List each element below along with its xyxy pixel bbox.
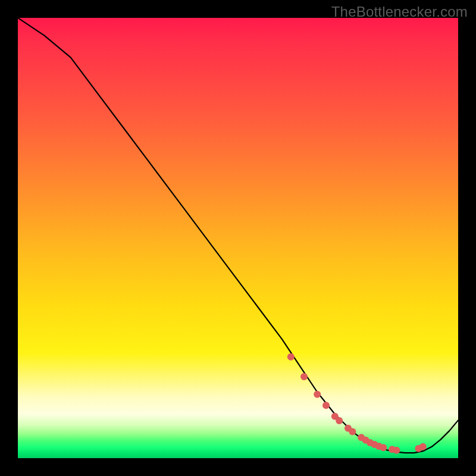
highlight-point: [300, 373, 308, 380]
marker-layer: [287, 353, 427, 454]
plot-area: [18, 18, 458, 458]
highlight-point: [349, 428, 356, 436]
chart-frame: TheBottlenecker.com: [0, 0, 476, 476]
bottleneck-curve: [18, 18, 458, 453]
highlight-point: [322, 402, 330, 409]
highlight-point: [393, 447, 400, 454]
highlight-point: [419, 443, 427, 450]
watermark-label: TheBottlenecker.com: [331, 4, 468, 20]
highlight-point: [336, 417, 343, 424]
highlight-point: [380, 444, 387, 451]
highlight-point: [287, 353, 295, 361]
curve-layer: [18, 18, 458, 458]
highlight-point: [314, 391, 321, 398]
